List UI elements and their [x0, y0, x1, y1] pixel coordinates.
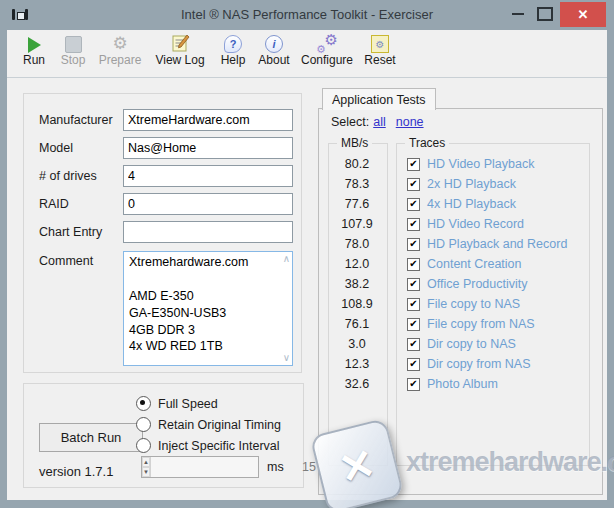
- field-input[interactable]: [123, 137, 293, 159]
- gear-icon: ⚙: [112, 35, 127, 53]
- spin-up-icon[interactable]: ▲: [142, 457, 150, 467]
- field-input[interactable]: [123, 221, 293, 243]
- scroll-down-icon[interactable]: ∨: [283, 353, 290, 363]
- view-log-label: View Log: [155, 53, 204, 67]
- about-label: About: [258, 53, 289, 67]
- comment-textarea[interactable]: Xtremehardware.com AMD E-350 GA-E350N-US…: [123, 251, 293, 366]
- select-row: Select:allnone: [331, 115, 424, 129]
- trace-checkbox[interactable]: [407, 258, 420, 271]
- trace-label: HD Video Record: [427, 217, 524, 231]
- field-input[interactable]: [123, 165, 293, 187]
- mbs-value: 76.1: [328, 317, 386, 331]
- field-label: RAID: [39, 197, 123, 211]
- form-fields: Manufacturer Model # of drives RAID Char…: [24, 109, 301, 243]
- mbs-value: 32.6: [328, 377, 386, 391]
- maximize-button[interactable]: [532, 0, 558, 28]
- select-all-link[interactable]: all: [373, 115, 386, 129]
- tab-application-tests[interactable]: Application Tests: [322, 88, 436, 110]
- trace-label: Dir copy to NAS: [427, 337, 516, 351]
- run-button[interactable]: Run: [15, 33, 53, 67]
- trace-row: 12.0 Content Creation: [328, 254, 596, 274]
- watermark-text: xtremehardware.com: [406, 447, 614, 478]
- mbs-header: MB/s: [337, 136, 372, 150]
- timing-radio-option[interactable]: Inject Specific Interval: [136, 435, 281, 456]
- maximize-icon: [537, 7, 553, 21]
- traces-header: Traces: [405, 136, 449, 150]
- comment-field-wrap: Xtremehardware.com AMD E-350 GA-E350N-US…: [123, 251, 293, 366]
- info-circle-icon: i: [265, 35, 283, 53]
- mbs-value: 108.9: [328, 297, 386, 311]
- trace-label: 2x HD Playback: [427, 177, 516, 191]
- reset-gear-icon: ⚙: [371, 35, 389, 53]
- trace-checkbox[interactable]: [407, 218, 420, 231]
- form-field-row: Manufacturer: [39, 109, 301, 131]
- trace-checkbox[interactable]: [407, 318, 420, 331]
- stop-button: Stop: [55, 33, 91, 67]
- field-input[interactable]: [123, 109, 293, 131]
- trace-checkbox[interactable]: [407, 238, 420, 251]
- radio-icon[interactable]: [136, 417, 151, 432]
- client-area: Run Stop ⚙ Prepare: [7, 30, 607, 500]
- trace-label: 4x HD Playback: [427, 197, 516, 211]
- view-log-button[interactable]: View Log: [149, 33, 211, 67]
- reset-button[interactable]: ⚙ Reset: [359, 33, 401, 67]
- close-button[interactable]: ✕: [560, 2, 606, 27]
- trace-row: 108.9 File copy to NAS: [328, 294, 596, 314]
- trace-label: Dir copy from NAS: [427, 357, 531, 371]
- spin-down-icon[interactable]: ▼: [142, 467, 150, 477]
- trace-checkbox[interactable]: [407, 278, 420, 291]
- form-field-row: # of drives: [39, 165, 301, 187]
- trace-rows: 80.2 HD Video Playback 78.3 2x HD Playba…: [328, 154, 596, 394]
- mbs-value: 107.9: [328, 217, 386, 231]
- timing-radio-option[interactable]: Full Speed: [136, 393, 281, 414]
- field-input[interactable]: [123, 193, 293, 215]
- minimize-icon: [512, 13, 524, 15]
- radio-icon[interactable]: [136, 396, 151, 411]
- configure-button[interactable]: ⚙⚙ Configure: [297, 33, 357, 67]
- toolbar: Run Stop ⚙ Prepare: [7, 30, 607, 78]
- timing-radio-option[interactable]: Retain Original Timing: [136, 414, 281, 435]
- trace-checkbox[interactable]: [407, 198, 420, 211]
- field-label: Manufacturer: [39, 113, 123, 127]
- scroll-up-icon[interactable]: ∧: [283, 254, 290, 264]
- field-label: # of drives: [39, 169, 123, 183]
- form-field-row: Chart Entry: [39, 221, 301, 243]
- select-none-link[interactable]: none: [396, 115, 424, 129]
- select-label: Select:: [331, 115, 369, 129]
- field-label: Chart Entry: [39, 225, 123, 239]
- trace-row: 32.6 Photo Album: [328, 374, 596, 394]
- help-label: Help: [221, 53, 246, 67]
- trace-row: 76.1 File copy from NAS: [328, 314, 596, 334]
- help-balloon-icon: ?: [224, 35, 242, 53]
- trace-row: 78.3 2x HD Playback: [328, 174, 596, 194]
- trace-checkbox[interactable]: [407, 378, 420, 391]
- mbs-value: 38.2: [328, 277, 386, 291]
- about-button[interactable]: i About: [253, 33, 295, 67]
- trace-checkbox[interactable]: [407, 158, 420, 171]
- trace-checkbox[interactable]: [407, 358, 420, 371]
- prepare-button: ⚙ Prepare: [93, 33, 147, 67]
- trace-checkbox[interactable]: [407, 178, 420, 191]
- stop-square-icon: [65, 36, 82, 53]
- watermark-x-icon: ✕: [334, 438, 380, 494]
- help-button[interactable]: ? Help: [215, 33, 251, 67]
- trace-checkbox[interactable]: [407, 298, 420, 311]
- trace-label: Office Productivity: [427, 277, 528, 291]
- timing-radio-group: Full Speed Retain Original Timing Inject…: [136, 393, 281, 456]
- mbs-value: 12.3: [328, 357, 386, 371]
- trace-row: 3.0 Dir copy to NAS: [328, 334, 596, 354]
- interval-input[interactable]: [151, 457, 320, 477]
- trace-label: HD Video Playback: [427, 157, 534, 171]
- trace-row: 77.6 4x HD Playback: [328, 194, 596, 214]
- batch-groupbox: Batch Run Full Speed Retain Original Tim…: [23, 383, 304, 488]
- radio-label: Inject Specific Interval: [158, 439, 280, 453]
- run-play-icon: [28, 37, 41, 53]
- trace-row: 78.0 HD Playback and Record: [328, 234, 596, 254]
- batch-run-button[interactable]: Batch Run: [39, 423, 143, 452]
- trace-row: 12.3 Dir copy from NAS: [328, 354, 596, 374]
- gears-icon: ⚙⚙: [316, 34, 338, 53]
- trace-checkbox[interactable]: [407, 338, 420, 351]
- notepad-pencil-icon: [171, 34, 190, 53]
- radio-icon[interactable]: [136, 438, 151, 453]
- minimize-button[interactable]: [505, 0, 531, 28]
